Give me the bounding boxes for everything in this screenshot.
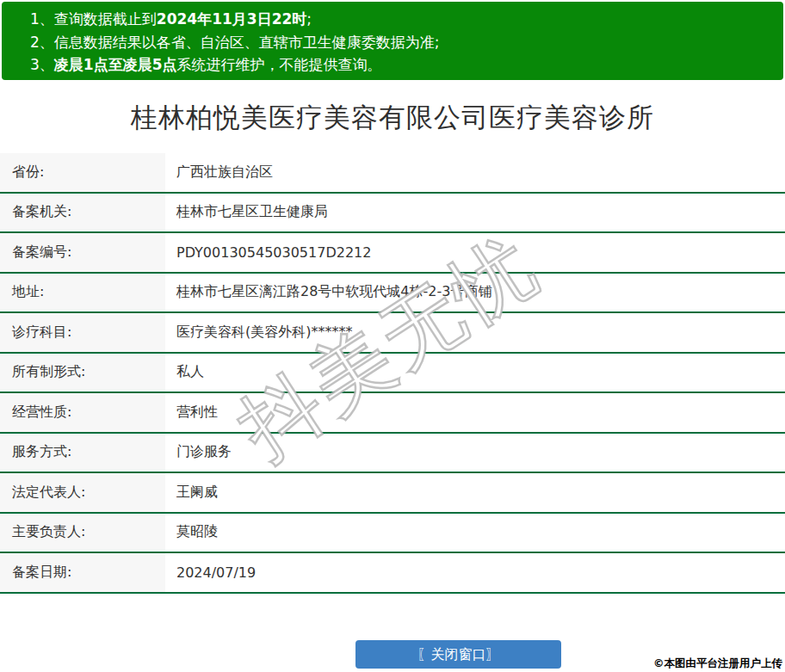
notice-number: 2、 bbox=[30, 34, 54, 51]
close-window-button[interactable]: 〖关闭窗口〗 bbox=[355, 640, 561, 669]
table-row-province: 省份: 广西壮族自治区 bbox=[0, 153, 785, 194]
table-row-service-mode: 服务方式: 门诊服务 bbox=[0, 434, 785, 474]
row-value: 莫昭陵 bbox=[165, 514, 785, 552]
table-row-filing-date: 备案日期: 2024/07/19 bbox=[0, 553, 785, 594]
row-label: 省份: bbox=[0, 153, 165, 192]
notice-line-2: 2、信息数据结果以各省、自治区、直辖市卫生健康委数据为准; bbox=[30, 31, 775, 54]
notice-banner: 1、查询数据截止到2024年11月3日22时; 2、信息数据结果以各省、自治区、… bbox=[2, 2, 783, 80]
notice-text-bold: 凌晨1点至凌晨5点 bbox=[54, 56, 177, 73]
notice-line-1: 1、查询数据截止到2024年11月3日22时; bbox=[30, 8, 775, 31]
notice-text: 系统进行维护，不能提供查询。 bbox=[177, 56, 382, 73]
table-row-filing-authority: 备案机关: 桂林市七星区卫生健康局 bbox=[0, 194, 785, 234]
table-row-business-nature: 经营性质: 营利性 bbox=[0, 393, 785, 434]
row-value: 桂林市七星区卫生健康局 bbox=[165, 194, 785, 232]
table-row-address: 地址: 桂林市七星区漓江路28号中软现代城4栋-2-3号商铺 bbox=[0, 274, 785, 314]
notice-line-3: 3、凌晨1点至凌晨5点系统进行维护，不能提供查询。 bbox=[30, 53, 775, 77]
row-label: 备案日期: bbox=[0, 553, 165, 592]
notice-text: 查询数据截止到 bbox=[54, 10, 157, 28]
notice-text: 信息数据结果以各省、自治区、直辖市卫生健康委数据为准; bbox=[54, 34, 440, 51]
row-label: 备案机关: bbox=[0, 194, 165, 232]
row-label: 主要负责人: bbox=[0, 514, 165, 552]
table-row-legal-representative: 法定代表人: 王阑威 bbox=[0, 473, 785, 514]
row-value: 营利性 bbox=[165, 393, 785, 432]
row-label: 服务方式: bbox=[0, 434, 165, 472]
row-value: 桂林市七星区漓江路28号中软现代城4栋-2-3号商铺 bbox=[165, 274, 785, 312]
info-table: 省份: 广西壮族自治区 备案机关: 桂林市七星区卫生健康局 备案编号: PDY0… bbox=[0, 153, 785, 594]
upload-attribution-note: ©本图由平台注册用户上传 bbox=[653, 657, 782, 671]
row-label: 所有制形式: bbox=[0, 354, 165, 392]
notice-text: ; bbox=[306, 10, 312, 28]
row-value: PDY00130545030517D2212 bbox=[165, 233, 785, 272]
table-row-ownership-form: 所有制形式: 私人 bbox=[0, 354, 785, 394]
notice-text-bold: 2024年11月3日22时 bbox=[157, 10, 306, 28]
row-value: 门诊服务 bbox=[165, 434, 785, 472]
row-value: 广西壮族自治区 bbox=[165, 153, 785, 192]
row-label: 地址: bbox=[0, 274, 165, 312]
notice-number: 1、 bbox=[30, 10, 54, 28]
page-title: 桂林柏悦美医疗美容有限公司医疗美容诊所 bbox=[0, 100, 785, 136]
table-row-filing-number: 备案编号: PDY00130545030517D2212 bbox=[0, 233, 785, 274]
row-label: 经营性质: bbox=[0, 393, 165, 432]
table-row-principal-person: 主要负责人: 莫昭陵 bbox=[0, 514, 785, 554]
table-row-treatment-subjects: 诊疗科目: 医疗美容科(美容外科)****** bbox=[0, 313, 785, 354]
notice-number: 3、 bbox=[30, 56, 54, 73]
row-label: 法定代表人: bbox=[0, 473, 165, 512]
row-value: 私人 bbox=[165, 354, 785, 392]
row-label: 备案编号: bbox=[0, 233, 165, 272]
row-value: 2024/07/19 bbox=[165, 553, 785, 592]
row-label: 诊疗科目: bbox=[0, 313, 165, 352]
row-value: 王阑威 bbox=[165, 473, 785, 512]
row-value: 医疗美容科(美容外科)****** bbox=[165, 313, 785, 352]
